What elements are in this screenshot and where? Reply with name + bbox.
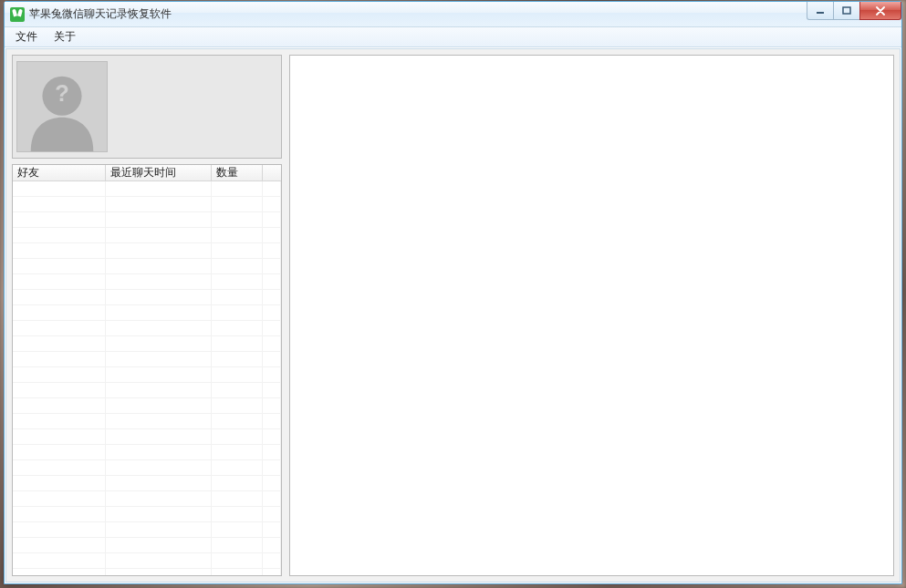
svg-rect-0	[817, 12, 824, 14]
table-row[interactable]	[13, 290, 281, 305]
table-row[interactable]	[13, 228, 281, 243]
person-unknown-icon: ?	[17, 62, 107, 151]
menubar: 文件 关于	[5, 27, 901, 47]
svg-rect-1	[843, 7, 850, 14]
avatar-placeholder: ?	[16, 61, 108, 152]
table-row[interactable]	[13, 212, 281, 228]
left-pane: ? 好友 最近聊天时间 数量	[12, 55, 282, 576]
close-button[interactable]	[859, 2, 901, 20]
table-header: 好友 最近聊天时间 数量	[13, 165, 281, 181]
content-pane[interactable]	[289, 55, 894, 576]
close-icon	[875, 6, 886, 15]
minimize-icon	[816, 6, 825, 15]
table-body[interactable]	[13, 181, 281, 575]
table-row[interactable]	[13, 522, 281, 538]
table-row[interactable]	[13, 197, 281, 212]
column-count[interactable]: 数量	[212, 165, 263, 181]
svg-text:?: ?	[55, 80, 69, 106]
contact-table[interactable]: 好友 最近聊天时间 数量	[12, 164, 282, 576]
client-area: ? 好友 最近聊天时间 数量	[5, 48, 901, 583]
maximize-button[interactable]	[833, 2, 860, 20]
titlebar[interactable]: 苹果兔微信聊天记录恢复软件	[5, 2, 901, 27]
table-row[interactable]	[13, 398, 281, 414]
maximize-icon	[842, 6, 851, 15]
table-row[interactable]	[13, 305, 281, 321]
app-window: 苹果兔微信聊天记录恢复软件 文件 关于	[4, 1, 902, 584]
table-row[interactable]	[13, 274, 281, 290]
menu-file[interactable]: 文件	[8, 27, 45, 46]
table-row[interactable]	[13, 336, 281, 352]
table-row[interactable]	[13, 460, 281, 476]
minimize-button[interactable]	[807, 2, 834, 20]
table-row[interactable]	[13, 414, 281, 429]
column-spacer	[263, 165, 281, 181]
column-friend[interactable]: 好友	[13, 165, 106, 181]
table-row[interactable]	[13, 321, 281, 336]
window-title: 苹果兔微信聊天记录恢复软件	[29, 6, 172, 22]
table-row[interactable]	[13, 429, 281, 445]
table-row[interactable]	[13, 259, 281, 274]
table-row[interactable]	[13, 491, 281, 507]
table-row[interactable]	[13, 507, 281, 522]
table-row[interactable]	[13, 476, 281, 491]
table-row[interactable]	[13, 553, 281, 569]
table-row[interactable]	[13, 538, 281, 553]
table-row[interactable]	[13, 181, 281, 197]
table-row[interactable]	[13, 383, 281, 398]
window-controls	[807, 2, 901, 20]
menu-about[interactable]: 关于	[47, 27, 83, 46]
table-row[interactable]	[13, 243, 281, 259]
table-row[interactable]	[13, 367, 281, 383]
table-row[interactable]	[13, 445, 281, 460]
table-row[interactable]	[13, 352, 281, 367]
app-icon	[10, 7, 25, 22]
profile-card: ?	[12, 55, 282, 159]
table-row[interactable]	[13, 569, 281, 575]
column-last-chat-time[interactable]: 最近聊天时间	[106, 165, 212, 181]
